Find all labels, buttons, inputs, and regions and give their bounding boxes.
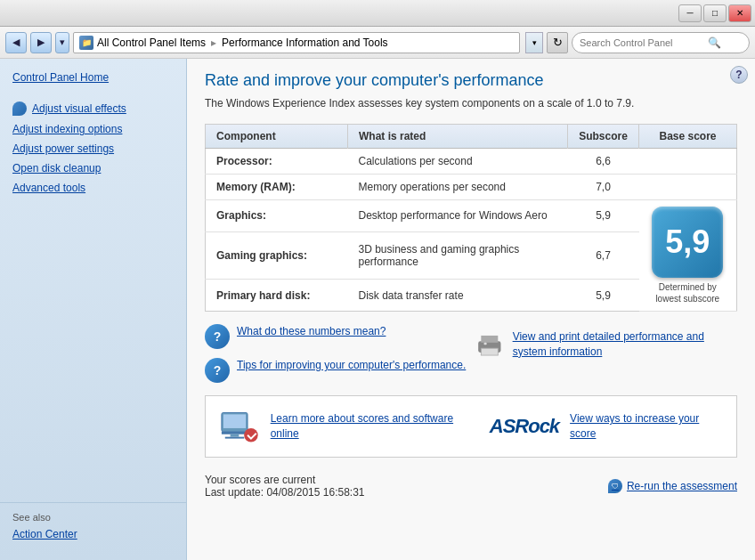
link-item-what-numbers: ? What do these numbers mean?: [205, 324, 467, 349]
help-button[interactable]: ?: [730, 66, 748, 84]
link-what-numbers[interactable]: What do these numbers mean?: [237, 324, 386, 339]
last-update: Last update: 04/08/2015 16:58:31: [205, 486, 365, 499]
sidebar-item-action-center[interactable]: Action Center: [12, 526, 174, 542]
minimize-button[interactable]: ─: [678, 4, 702, 22]
rated-disk: Disk data transfer rate: [348, 280, 568, 312]
rerun-shield-icon: 🛡: [608, 479, 622, 493]
printer-icon: [475, 329, 504, 361]
svg-rect-6: [222, 432, 248, 434]
component-processor: Processor:: [206, 149, 348, 174]
action-center-label: Action Center: [12, 528, 77, 540]
svg-rect-8: [225, 437, 244, 439]
refresh-button[interactable]: ↻: [547, 32, 568, 53]
svg-rect-3: [483, 343, 486, 345]
question-icon-2: ?: [205, 358, 230, 383]
back-button[interactable]: ◀: [5, 32, 27, 53]
footer-status: Your scores are current Last update: 04/…: [205, 474, 365, 499]
link-item-tips: ? Tips for improving your computer's per…: [205, 358, 467, 383]
subscore-graphics: 5,9: [568, 200, 639, 232]
subscore-processor: 6,6: [568, 149, 639, 174]
subscore-disk: 5,9: [568, 280, 639, 312]
performance-table: Component What is rated Subscore Base sc…: [205, 124, 737, 312]
sidebar-item-home[interactable]: Control Panel Home: [0, 68, 186, 87]
online-icon: [218, 405, 260, 448]
maximize-button[interactable]: □: [703, 4, 727, 22]
sidebar-item-adjust-power[interactable]: Adjust power settings: [0, 139, 186, 158]
sidebar-link-label: Advanced tools: [12, 182, 85, 194]
col-component: Component: [206, 125, 348, 149]
folder-icon: 📁: [79, 36, 93, 50]
path-dropdown[interactable]: ▾: [525, 32, 543, 53]
svg-rect-2: [481, 348, 498, 355]
col-subscore: Subscore: [568, 125, 639, 149]
rated-graphics: Desktop performance for Windows Aero: [348, 200, 568, 232]
score-badge: 5,9: [652, 207, 723, 278]
sidebar-item-adjust-visual[interactable]: Adjust visual effects: [0, 98, 186, 119]
svg-point-9: [244, 428, 258, 442]
search-input[interactable]: [580, 37, 704, 48]
sidebar-link-label: Adjust power settings: [12, 142, 114, 155]
component-gaming: Gaming graphics:: [206, 231, 348, 279]
link-learn-more[interactable]: Learn more about scores and software onl…: [271, 411, 479, 442]
breadcrumb-1[interactable]: All Control Panel Items: [97, 37, 206, 49]
address-bar: ◀ ▶ ▾ 📁 All Control Panel Items ▸ Perfor…: [0, 27, 755, 59]
breadcrumb-2[interactable]: Performance Information and Tools: [222, 37, 388, 49]
link-tips[interactable]: Tips for improving your computer's perfo…: [237, 358, 466, 373]
component-memory: Memory (RAM):: [206, 174, 348, 200]
basescore-processor: [639, 149, 737, 174]
see-also-label: See also: [12, 512, 174, 523]
page-subtitle: The Windows Experience Index assesses ke…: [205, 97, 737, 110]
col-basescore: Base score: [639, 125, 737, 149]
sidebar-link-label: Adjust indexing options: [12, 123, 122, 135]
address-path[interactable]: 📁 All Control Panel Items ▸ Performance …: [73, 32, 520, 53]
sidebar-item-advanced-tools[interactable]: Advanced tools: [0, 178, 186, 198]
close-button[interactable]: ✕: [728, 4, 751, 22]
basescore-memory: [639, 174, 737, 200]
footer-section: Your scores are current Last update: 04/…: [205, 470, 737, 502]
table-row: Graphics: Desktop performance for Window…: [206, 200, 737, 232]
links-section: ? What do these numbers mean? ? Tips for…: [205, 324, 737, 383]
sidebar-link-label: Open disk cleanup: [12, 162, 101, 174]
search-icon[interactable]: 🔍: [708, 37, 721, 49]
history-dropdown[interactable]: ▾: [55, 32, 69, 53]
score-value: 5,9: [665, 223, 710, 261]
col-what-rated: What is rated: [348, 125, 568, 149]
svg-rect-7: [231, 434, 239, 437]
link-print-details[interactable]: View and print detailed performance and …: [513, 329, 737, 360]
title-bar-buttons: ─ □ ✕: [678, 4, 751, 22]
subscore-memory: 7,0: [568, 174, 639, 200]
title-bar: ─ □ ✕: [0, 0, 755, 27]
rated-memory: Memory operations per second: [348, 174, 568, 200]
table-row: Processor: Calculations per second 6,6: [206, 149, 737, 174]
path-separator: ▸: [211, 37, 216, 49]
see-also-section: See also Action Center: [0, 502, 186, 551]
base-score-cell: 5,9 Determined by lowest subscore: [639, 200, 737, 312]
home-label: Control Panel Home: [12, 71, 109, 84]
forward-button[interactable]: ▶: [30, 32, 52, 53]
rated-processor: Calculations per second: [348, 149, 568, 174]
content-inner: Rate and improve your computer's perform…: [187, 59, 755, 515]
rated-gaming: 3D business and gaming graphics performa…: [348, 231, 568, 279]
main-area: Control Panel Home Adjust visual effects…: [0, 59, 755, 560]
search-box[interactable]: 🔍: [572, 32, 750, 53]
asrock-logo-container: ASRock: [490, 415, 559, 438]
rerun-label: Re-run the assessment: [627, 480, 737, 492]
content-area: ? Rate and improve your computer's perfo…: [187, 59, 755, 560]
sidebar: Control Panel Home Adjust visual effects…: [0, 59, 187, 560]
score-label: Determined by lowest subscore: [650, 281, 727, 304]
scores-current: Your scores are current: [205, 474, 365, 486]
page-title: Rate and improve your computer's perform…: [205, 71, 737, 90]
sidebar-item-open-disk[interactable]: Open disk cleanup: [0, 158, 186, 178]
table-row: Memory (RAM): Memory operations per seco…: [206, 174, 737, 200]
asrock-logo: ASRock: [490, 415, 559, 438]
sidebar-link-label: Adjust visual effects: [32, 102, 126, 115]
rerun-button[interactable]: 🛡 Re-run the assessment: [608, 479, 737, 493]
subscore-gaming: 6,7: [568, 231, 639, 279]
component-disk: Primary hard disk:: [206, 280, 348, 312]
sidebar-item-adjust-indexing[interactable]: Adjust indexing options: [0, 119, 186, 139]
promo-section: Learn more about scores and software onl…: [205, 395, 737, 458]
question-icon-1: ?: [205, 324, 230, 349]
component-graphics: Graphics:: [206, 200, 348, 232]
shield-icon: [12, 101, 27, 116]
link-increase-score[interactable]: View ways to increase your score: [570, 411, 724, 442]
